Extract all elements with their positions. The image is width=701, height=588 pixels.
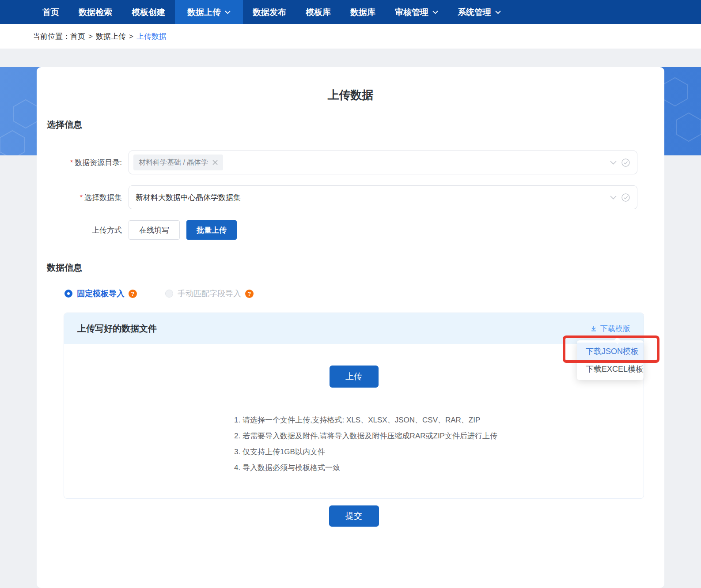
radio-selected-icon xyxy=(64,290,72,298)
form-row-dataset: *选择数据集 新材料大数据中心晶体学数据集 xyxy=(37,185,664,209)
radio-unselected-icon xyxy=(165,290,173,298)
nav-item-audit-management[interactable]: 审核管理 xyxy=(385,0,448,24)
breadcrumb-separator: > xyxy=(88,32,93,41)
section-heading-data-info: 数据信息 xyxy=(47,262,664,274)
chevron-down-icon xyxy=(610,161,617,165)
nav-item-data-upload[interactable]: 数据上传 xyxy=(175,0,243,24)
nav-item-label: 模板创建 xyxy=(132,7,165,18)
radio-label: 手动匹配字段导入 xyxy=(178,288,241,299)
download-link-label: 下载模版 xyxy=(600,324,630,334)
required-asterisk: * xyxy=(70,159,73,166)
chevron-down-icon xyxy=(610,196,617,200)
section-heading-select-info: 选择信息 xyxy=(47,119,664,131)
nav-item-label: 系统管理 xyxy=(458,7,491,18)
upload-panel-header: 上传写好的数据文件 下载模版 xyxy=(64,313,644,344)
upload-button[interactable]: 上传 xyxy=(330,366,379,388)
nav-item-home[interactable]: 首页 xyxy=(33,0,69,24)
dataset-label: *选择数据集 xyxy=(37,192,122,203)
upload-panel-body: 上传 1. 请选择一个文件上传,支持格式: XLS、XLSX、JSON、CSV、… xyxy=(64,344,644,476)
radio-manual-match-import[interactable]: 手动匹配字段导入 ? xyxy=(165,288,254,299)
top-navbar: 首页 数据检索 模板创建 数据上传 数据发布 模板库 数据库 审核管理 系统管理 xyxy=(0,0,701,24)
nav-item-template-library[interactable]: 模板库 xyxy=(296,0,341,24)
dataset-select[interactable]: 新材料大数据中心晶体学数据集 xyxy=(129,185,637,209)
help-icon[interactable]: ? xyxy=(245,290,254,298)
chevron-down-icon xyxy=(432,11,438,14)
nav-item-data-search[interactable]: 数据检索 xyxy=(69,0,122,24)
import-mode-radio-row: 固定模板导入 ? 手动匹配字段导入 ? xyxy=(64,288,664,299)
catalog-select[interactable]: 材料科学基础 / 晶体学 xyxy=(129,151,637,174)
submit-button[interactable]: 提交 xyxy=(329,505,379,527)
selected-catalog-tag: 材料科学基础 / 晶体学 xyxy=(133,155,223,170)
form-row-catalog: *数据资源目录: 材料科学基础 / 晶体学 xyxy=(37,151,664,174)
nav-item-data-publish[interactable]: 数据发布 xyxy=(243,0,296,24)
download-template-dropdown: 下载JSON模板 下载EXCEL模板 xyxy=(577,340,644,380)
nav-item-label: 模板库 xyxy=(306,7,331,18)
nav-item-label: 数据上传 xyxy=(187,7,221,18)
instruction-line: 4. 导入数据必须与模板格式一致 xyxy=(234,460,644,476)
online-fill-button[interactable]: 在线填写 xyxy=(129,220,180,240)
upload-panel-title: 上传写好的数据文件 xyxy=(77,323,157,335)
dropdown-item-download-excel[interactable]: 下载EXCEL模板 xyxy=(577,360,644,378)
main-card: 上传数据 选择信息 *数据资源目录: 材料科学基础 / 晶体学 xyxy=(37,67,664,588)
instruction-line: 1. 请选择一个文件上传,支持格式: XLS、XLSX、JSON、CSV、RAR… xyxy=(234,412,644,428)
download-template-link[interactable]: 下载模版 xyxy=(590,324,630,334)
required-asterisk: * xyxy=(80,194,83,201)
download-icon xyxy=(590,325,597,332)
dropdown-item-download-json[interactable]: 下载JSON模板 xyxy=(577,343,644,360)
breadcrumb-current[interactable]: 上传数据 xyxy=(136,31,167,41)
help-icon[interactable]: ? xyxy=(129,290,137,298)
chevron-down-icon xyxy=(225,11,231,14)
breadcrumb-home[interactable]: 首页 xyxy=(70,31,85,41)
catalog-label: *数据资源目录: xyxy=(37,158,122,168)
dataset-selected-value: 新材料大数据中心晶体学数据集 xyxy=(136,192,241,203)
chevron-down-icon xyxy=(495,11,501,14)
nav-item-label: 数据检索 xyxy=(79,7,112,18)
radio-fixed-template-import[interactable]: 固定模板导入 ? xyxy=(64,288,137,299)
nav-item-system-management[interactable]: 系统管理 xyxy=(448,0,511,24)
catalog-tag-label: 材料科学基础 / 晶体学 xyxy=(139,158,208,167)
batch-upload-button[interactable]: 批量上传 xyxy=(186,220,237,240)
nav-item-label: 数据发布 xyxy=(253,7,286,18)
nav-item-label: 首页 xyxy=(42,7,59,18)
check-circle-icon xyxy=(621,193,630,202)
nav-item-database[interactable]: 数据库 xyxy=(341,0,385,24)
breadcrumb-prefix: 当前位置： xyxy=(33,31,70,41)
content-area: 上传数据 选择信息 *数据资源目录: 材料科学基础 / 晶体学 xyxy=(0,67,701,588)
nav-item-template-create[interactable]: 模板创建 xyxy=(122,0,175,24)
instruction-line: 2. 若需要导入数据及附件,请将导入数据及附件压缩成RAR或ZIP文件后进行上传 xyxy=(234,428,644,444)
tag-remove-icon[interactable] xyxy=(212,160,218,165)
instruction-line: 3. 仅支持上传1GB以内文件 xyxy=(234,444,644,460)
breadcrumb: 当前位置： 首页 > 数据上传 > 上传数据 xyxy=(0,24,701,49)
form-row-upload-mode: 上传方式 在线填写 批量上传 xyxy=(37,220,664,240)
upload-mode-label: 上传方式 xyxy=(37,225,122,235)
submit-row: 提交 xyxy=(64,505,644,527)
radio-label: 固定模板导入 xyxy=(77,288,125,299)
upload-instructions: 1. 请选择一个文件上传,支持格式: XLS、XLSX、JSON、CSV、RAR… xyxy=(234,412,644,476)
breadcrumb-data-upload[interactable]: 数据上传 xyxy=(96,31,126,41)
check-circle-icon xyxy=(621,158,630,167)
breadcrumb-separator: > xyxy=(129,32,133,41)
nav-item-label: 数据库 xyxy=(350,7,375,18)
nav-item-label: 审核管理 xyxy=(395,7,428,18)
page-title: 上传数据 xyxy=(37,67,664,103)
upload-panel: 上传写好的数据文件 下载模版 上传 1. 请选择一个文件上传,支持格式: XLS… xyxy=(64,313,644,499)
